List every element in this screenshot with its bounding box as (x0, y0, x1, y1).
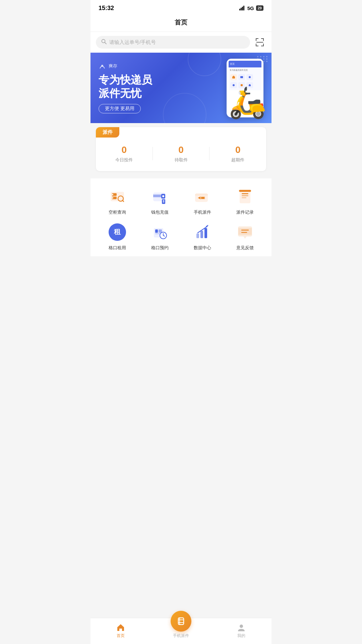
scan-icon-button[interactable] (253, 36, 266, 49)
page-title: 首页 (175, 19, 187, 26)
page-header: 首页 (90, 15, 272, 32)
data-center-icon (193, 223, 212, 241)
svg-rect-54 (200, 231, 203, 238)
svg-rect-13 (263, 44, 264, 46)
svg-rect-1 (241, 8, 242, 10)
locker-rent-icon-wrap: 租 (107, 222, 127, 242)
svg-rect-18 (240, 76, 243, 78)
svg-rect-7 (256, 38, 256, 41)
svg-rect-42 (242, 193, 248, 194)
brand-name: 爽存 (109, 63, 117, 69)
search-bar-wrapper: 请输入运单号/手机号 (90, 32, 272, 53)
svg-point-28 (112, 197, 113, 199)
svg-rect-2 (242, 7, 243, 10)
data-center-label: 数据中心 (194, 245, 211, 251)
svg-rect-55 (204, 228, 207, 238)
svg-point-34 (162, 195, 164, 197)
wallet-recharge-icon (150, 187, 169, 206)
search-icon (101, 39, 107, 46)
locker-rent-label: 格口租用 (109, 245, 126, 251)
stats-card: 派件 0 今日投件 0 待取件 0 超期件 (96, 127, 266, 171)
locker-reserve-icon (150, 223, 169, 241)
brand-logo-icon (99, 62, 106, 70)
menu-locker-rent[interactable]: 租 格口租用 (96, 222, 138, 251)
search-placeholder: 请输入运单号/手机号 (109, 39, 156, 46)
svg-rect-47 (155, 229, 158, 233)
banner-brand: 爽存 (99, 62, 205, 70)
feedback-icon-wrap (235, 222, 255, 242)
stats-section: 派件 0 今日投件 0 待取件 0 超期件 (90, 123, 272, 175)
feedback-label: 意见反馈 (236, 245, 254, 251)
svg-point-19 (249, 76, 251, 78)
delivery-record-icon-wrap (235, 186, 255, 207)
svg-rect-53 (196, 233, 199, 238)
menu-cabinet-query[interactable]: 空柜查询 (96, 186, 138, 215)
cabinet-query-label: 空柜查询 (109, 209, 126, 215)
svg-rect-44 (242, 197, 246, 198)
phone-delivery-label: 手机派件 (194, 209, 211, 215)
svg-rect-9 (263, 38, 264, 41)
phone-delivery-icon (193, 187, 212, 206)
svg-point-15 (101, 65, 103, 67)
status-icons: 5G 29 (239, 5, 263, 11)
spacer (90, 256, 272, 290)
svg-rect-3 (243, 6, 244, 10)
wallet-recharge-icon-wrap (150, 186, 170, 207)
menu-data-center[interactable]: 数据中心 (181, 222, 224, 251)
phone-screen-header: 首页 (229, 61, 261, 67)
stats-card-header: 派件 (96, 127, 119, 138)
stat-pending: 0 待取件 (153, 143, 209, 164)
delivery-record-label: 派件记录 (236, 209, 254, 215)
stat-pending-label: 待取件 (153, 157, 209, 163)
banner-left-content: 爽存 专为快递员 派件无忧 更方便 更易用 (99, 62, 205, 113)
stat-overdue: 0 超期件 (209, 143, 266, 164)
menu-phone-delivery[interactable]: 手机派件 (181, 186, 224, 215)
svg-rect-41 (240, 191, 250, 203)
delivery-record-icon (236, 187, 254, 206)
cabinet-query-icon-wrap (107, 186, 127, 207)
stat-overdue-value: 0 (209, 144, 266, 156)
menu-wallet-recharge[interactable]: 钱包充值 (138, 186, 181, 215)
menu-section: 空柜查询 钱包充值 (90, 178, 272, 256)
banner-title: 专为快递员 派件无忧 (99, 73, 205, 100)
locker-reserve-icon-wrap (150, 222, 170, 242)
menu-locker-reserve[interactable]: 格口预约 (138, 222, 181, 251)
svg-point-27 (112, 194, 113, 195)
banner-right-content: 首页 专为快递员派件无忧 (205, 59, 263, 117)
battery-level: 29 (256, 5, 263, 11)
feedback-icon (236, 223, 254, 241)
svg-rect-40 (201, 197, 204, 199)
svg-line-5 (105, 43, 107, 44)
status-bar: 15:32 5G 29 (90, 0, 272, 15)
stat-today-label: 今日投件 (96, 157, 153, 163)
svg-rect-45 (239, 190, 251, 192)
rent-badge: 租 (108, 223, 127, 241)
stat-today-delivery: 0 今日投件 (96, 143, 153, 164)
menu-grid: 空柜查询 钱包充值 (96, 186, 266, 251)
menu-feedback[interactable]: 意见反馈 (224, 222, 266, 251)
scan-icon (255, 38, 264, 47)
svg-rect-43 (242, 195, 248, 196)
stat-pending-value: 0 (153, 144, 209, 156)
svg-rect-17 (233, 76, 234, 77)
phone-delivery-icon-wrap (192, 186, 213, 207)
status-time: 15:32 (99, 5, 114, 12)
stat-overdue-label: 超期件 (209, 157, 266, 163)
svg-rect-0 (239, 9, 240, 10)
locker-reserve-label: 格口预约 (151, 245, 169, 251)
stat-today-value: 0 (96, 144, 153, 156)
svg-rect-11 (256, 44, 256, 46)
stats-row: 0 今日投件 0 待取件 0 超期件 (96, 143, 266, 164)
cabinet-query-icon (108, 187, 127, 206)
network-type: 5G (247, 5, 254, 11)
data-center-icon-wrap (192, 222, 213, 242)
banner-subtitle: 更方便 更易用 (99, 104, 141, 113)
promo-banner: 爽存 专为快递员 派件无忧 更方便 更易用 首页 专为快递员派件无忧 (90, 53, 272, 123)
svg-rect-23 (249, 84, 250, 85)
delivery-person-illustration: 🛵 (229, 87, 266, 117)
search-input-container[interactable]: 请输入运单号/手机号 (96, 36, 250, 49)
menu-delivery-record[interactable]: 派件记录 (224, 186, 266, 215)
wallet-recharge-label: 钱包充值 (151, 209, 169, 215)
signal-icon (239, 6, 245, 10)
svg-rect-36 (163, 200, 164, 203)
